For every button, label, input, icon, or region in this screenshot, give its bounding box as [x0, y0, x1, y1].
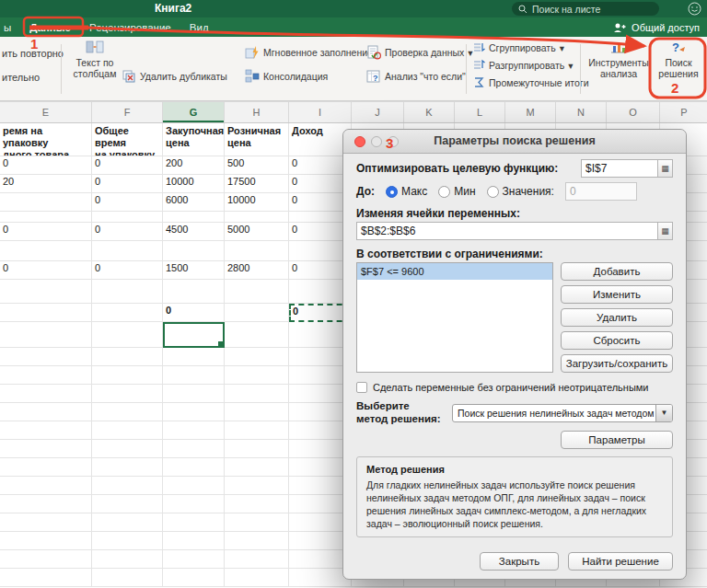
cell-G22[interactable]: [163, 532, 225, 550]
solver-button[interactable]: ? Поиск решения: [654, 40, 703, 79]
cell-G4[interactable]: 6000: [163, 193, 225, 212]
cell-G2[interactable]: 200: [163, 156, 225, 175]
column-header-J[interactable]: J: [352, 102, 404, 122]
column-header-N[interactable]: N: [556, 102, 607, 122]
cell-F24[interactable]: [92, 569, 163, 587]
cell-G12[interactable]: [163, 348, 225, 366]
cell-G16[interactable]: [163, 421, 225, 440]
cell-H3[interactable]: 17500: [225, 175, 289, 193]
cell-H1[interactable]: Розничная цена: [225, 123, 289, 156]
cell-F13[interactable]: [92, 366, 163, 385]
cell-F15[interactable]: [92, 403, 163, 421]
cell-G3[interactable]: 10000: [163, 175, 225, 193]
search-box[interactable]: Поиск на листе: [512, 2, 659, 16]
cell-H5[interactable]: [225, 212, 289, 223]
cell-E17[interactable]: [0, 440, 92, 458]
cell-F21[interactable]: [92, 513, 163, 532]
cell-H19[interactable]: [225, 477, 289, 495]
cell-F6[interactable]: 0: [92, 223, 163, 241]
solve-button[interactable]: Найти решение: [568, 552, 673, 571]
column-header-F[interactable]: F: [92, 102, 163, 122]
range-selector-button[interactable]: ▦: [658, 222, 673, 240]
advanced-button-clipped[interactable]: ительно: [2, 72, 40, 83]
cell-F12[interactable]: [92, 348, 163, 366]
cell-H22[interactable]: [225, 532, 289, 550]
cell-G13[interactable]: [163, 366, 225, 385]
share-button[interactable]: Общий доступ: [612, 17, 700, 37]
column-header-H[interactable]: H: [225, 102, 289, 122]
column-header-K[interactable]: K: [404, 102, 455, 122]
load-save-button[interactable]: Загрузить/сохранить: [561, 354, 673, 373]
cell-F17[interactable]: [92, 440, 163, 458]
cell-F7[interactable]: [92, 241, 163, 261]
text-to-columns-button[interactable]: Текст по столбцам: [66, 40, 123, 79]
cell-G19[interactable]: [163, 477, 225, 495]
analysis-tools-button[interactable]: Инструменты анализа: [587, 40, 650, 79]
cell-E13[interactable]: [0, 366, 92, 385]
cell-E6[interactable]: 0: [0, 223, 92, 241]
constraint-item[interactable]: $F$7 <= 9600: [357, 263, 552, 280]
cell-F8[interactable]: 0: [92, 261, 163, 280]
radio-value[interactable]: Значения:: [487, 185, 554, 198]
cell-E2[interactable]: 0: [0, 156, 92, 175]
cell-G20[interactable]: [163, 495, 225, 513]
cell-E11[interactable]: [0, 322, 92, 348]
cell-E1[interactable]: ремя на упаковку дного товара: [0, 123, 92, 156]
cell-G10[interactable]: 0: [163, 304, 225, 322]
cell-G21[interactable]: [163, 513, 225, 532]
nonnegative-checkbox[interactable]: [356, 382, 367, 393]
cell-F20[interactable]: [92, 495, 163, 513]
value-input[interactable]: 0: [565, 182, 637, 201]
cell-F3[interactable]: 0: [92, 175, 163, 193]
cell-F18[interactable]: [92, 458, 163, 477]
remove-duplicates-button[interactable]: Удалить дубликаты: [122, 69, 227, 84]
cell-H20[interactable]: [225, 495, 289, 513]
cell-E24[interactable]: [0, 569, 92, 587]
cell-H10[interactable]: [225, 304, 289, 322]
close-dialog-button[interactable]: Закрыть: [480, 552, 559, 571]
cell-H15[interactable]: [225, 403, 289, 421]
cell-F16[interactable]: [92, 421, 163, 440]
method-dropdown[interactable]: Поиск решения нелинейных задач методом О…: [452, 404, 673, 422]
cell-E4[interactable]: [0, 193, 92, 212]
cell-H2[interactable]: 500: [225, 156, 289, 175]
tab-data[interactable]: Данные: [29, 22, 71, 33]
cell-G14[interactable]: [163, 385, 225, 403]
cell-G24[interactable]: [163, 569, 225, 587]
cell-H8[interactable]: 2800: [225, 261, 289, 280]
cell-G23[interactable]: [163, 550, 225, 569]
column-header-L[interactable]: L: [455, 102, 505, 122]
column-header-E[interactable]: E: [0, 102, 92, 122]
column-header-M[interactable]: M: [505, 102, 556, 122]
radio-max[interactable]: Макс: [386, 185, 427, 198]
cell-F5[interactable]: [92, 212, 163, 223]
cell-F2[interactable]: 0: [92, 156, 163, 175]
objective-input[interactable]: $I$7: [581, 159, 658, 178]
cell-H13[interactable]: [225, 366, 289, 385]
cell-E5[interactable]: [0, 212, 92, 223]
cell-F19[interactable]: [92, 477, 163, 495]
cell-E16[interactable]: [0, 421, 92, 440]
cell-F4[interactable]: 0: [92, 193, 163, 212]
consolidate-button[interactable]: Консолидация: [245, 69, 328, 84]
cell-H12[interactable]: [225, 348, 289, 366]
column-header-P[interactable]: P: [660, 102, 707, 122]
cell-E19[interactable]: [0, 477, 92, 495]
radio-min[interactable]: Мин: [438, 185, 475, 198]
cell-G7[interactable]: [163, 241, 225, 261]
cell-H11[interactable]: [225, 322, 289, 348]
cell-G18[interactable]: [163, 458, 225, 477]
cell-E20[interactable]: [0, 495, 92, 513]
tab-view[interactable]: Вид: [190, 22, 209, 33]
column-header-G[interactable]: G: [163, 102, 225, 122]
cell-G11[interactable]: [163, 322, 225, 348]
subtotal-button[interactable]: Промежуточные итоги: [473, 76, 589, 88]
cell-F23[interactable]: [92, 550, 163, 569]
cell-G9[interactable]: [163, 280, 225, 304]
cell-G8[interactable]: 1500: [163, 261, 225, 280]
group-button[interactable]: Сгруппировать ▾: [473, 41, 564, 53]
cell-E15[interactable]: [0, 403, 92, 421]
add-button[interactable]: Добавить: [561, 262, 673, 281]
cell-E22[interactable]: [0, 532, 92, 550]
ungroup-button[interactable]: Разгруппировать ▾: [473, 59, 574, 71]
